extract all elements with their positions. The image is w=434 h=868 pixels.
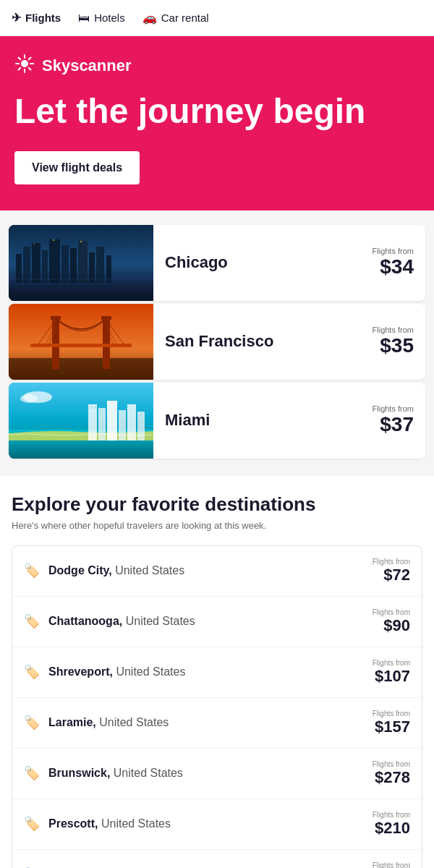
dest-left-laramie: 🏷️ Laramie, United States bbox=[24, 715, 169, 731]
view-flight-deals-button[interactable]: View flight deals bbox=[14, 151, 140, 184]
dest-price-shreveport: Flights from $107 bbox=[373, 659, 410, 686]
svg-rect-20 bbox=[89, 252, 95, 283]
flights-icon: ✈ bbox=[12, 11, 21, 25]
sf-city: San Francisco bbox=[165, 332, 273, 351]
svg-rect-14 bbox=[32, 243, 41, 283]
tag-icon-prescott: 🏷️ bbox=[24, 816, 40, 832]
hero-title: Let the journey begin bbox=[14, 93, 420, 131]
destination-item-san-jose-cabo[interactable]: 🏷️ San Jose Cabo, Mexico Flights from $2… bbox=[12, 850, 422, 868]
dest-left-shreveport: 🏷️ Shreveport, United States bbox=[24, 664, 185, 680]
nav-hotels-label: Hotels bbox=[94, 12, 125, 24]
destination-item-laramie[interactable]: 🏷️ Laramie, United States Flights from $… bbox=[12, 698, 422, 749]
miami-price: $37 bbox=[380, 413, 414, 435]
nav-flights-label: Flights bbox=[25, 12, 61, 24]
sf-info: San Francisco Flights from $35 bbox=[153, 304, 425, 380]
dest-name-dodge: Dodge City, United States bbox=[48, 564, 184, 577]
dest-left-dodge: 🏷️ Dodge City, United States bbox=[24, 563, 184, 579]
sf-price: $35 bbox=[380, 334, 414, 357]
svg-line-5 bbox=[19, 58, 21, 60]
tag-icon-chattanooga: 🏷️ bbox=[24, 613, 40, 629]
svg-point-28 bbox=[33, 243, 35, 244]
dest-price-dodge: Flights from $72 bbox=[373, 558, 410, 584]
featured-deals-section: Chicago Flights from $34 bbox=[0, 210, 434, 476]
deal-card-sf[interactable]: San Francisco Flights from $35 bbox=[9, 304, 425, 380]
svg-rect-47 bbox=[119, 410, 126, 441]
explore-subtitle: Here's where other hopeful travelers are… bbox=[12, 520, 422, 531]
svg-rect-13 bbox=[23, 247, 30, 283]
dest-name-brunswick: Brunswick, United States bbox=[48, 767, 183, 780]
svg-rect-41 bbox=[101, 316, 111, 320]
tag-icon-shreveport: 🏷️ bbox=[24, 664, 40, 680]
chicago-city: Chicago bbox=[165, 253, 228, 272]
dest-left-brunswick: 🏷️ Brunswick, United States bbox=[24, 765, 183, 781]
svg-rect-22 bbox=[106, 255, 111, 283]
destination-item-dodge-city[interactable]: 🏷️ Dodge City, United States Flights fro… bbox=[12, 546, 422, 597]
svg-point-53 bbox=[20, 394, 38, 403]
miami-price-area: Flights from $37 bbox=[373, 404, 414, 436]
svg-rect-18 bbox=[70, 248, 77, 283]
dest-name-chattanooga: Chattanooga, United States bbox=[48, 615, 195, 628]
miami-image bbox=[9, 383, 153, 459]
chicago-from-label: Flights from bbox=[373, 247, 414, 255]
explore-section: Explore your favorite destinations Here'… bbox=[0, 476, 434, 868]
nav-car-rental[interactable]: 🚗 Car rental bbox=[142, 11, 209, 25]
destination-item-brunswick[interactable]: 🏷️ Brunswick, United States Flights from… bbox=[12, 749, 422, 799]
destination-list: 🏷️ Dodge City, United States Flights fro… bbox=[12, 545, 422, 868]
svg-rect-50 bbox=[90, 407, 93, 409]
miami-city: Miami bbox=[165, 411, 210, 430]
miami-from-label: Flights from bbox=[373, 404, 414, 413]
dest-price-laramie: Flights from $157 bbox=[373, 710, 410, 736]
logo-area: Skyscanner bbox=[14, 54, 420, 78]
miami-info: Miami Flights from $37 bbox=[153, 383, 425, 459]
destination-item-chattanooga[interactable]: 🏷️ Chattanooga, United States Flights fr… bbox=[12, 597, 422, 647]
svg-rect-49 bbox=[137, 412, 145, 441]
svg-rect-51 bbox=[94, 407, 96, 409]
svg-point-26 bbox=[53, 239, 54, 241]
deal-card-chicago[interactable]: Chicago Flights from $34 bbox=[9, 225, 425, 301]
svg-point-27 bbox=[80, 241, 82, 242]
svg-rect-44 bbox=[88, 404, 97, 441]
svg-rect-40 bbox=[51, 316, 61, 320]
skyscanner-logo-icon bbox=[14, 54, 35, 78]
sf-from-label: Flights from bbox=[373, 326, 414, 334]
svg-rect-11 bbox=[9, 276, 153, 301]
chicago-info: Chicago Flights from $34 bbox=[153, 225, 425, 301]
sf-image bbox=[9, 304, 153, 380]
dest-name-prescott: Prescott, United States bbox=[48, 817, 171, 830]
chicago-price-area: Flights from $34 bbox=[373, 247, 414, 278]
top-navigation: ✈ Flights 🛏 Hotels 🚗 Car rental bbox=[0, 0, 434, 36]
svg-line-6 bbox=[29, 68, 31, 70]
dest-price-brunswick: Flights from $278 bbox=[373, 760, 410, 787]
destination-item-shreveport[interactable]: 🏷️ Shreveport, United States Flights fro… bbox=[12, 647, 422, 698]
dest-price-san-jose-cabo: Flights from $202 bbox=[373, 861, 410, 868]
svg-line-8 bbox=[19, 68, 21, 70]
dest-left-chattanooga: 🏷️ Chattanooga, United States bbox=[24, 613, 195, 629]
hotels-icon: 🛏 bbox=[78, 12, 90, 25]
svg-rect-17 bbox=[61, 245, 69, 283]
tag-icon-brunswick: 🏷️ bbox=[24, 765, 40, 781]
dest-name-laramie: Laramie, United States bbox=[48, 716, 169, 729]
tag-icon-dodge: 🏷️ bbox=[24, 563, 40, 579]
svg-rect-30 bbox=[9, 358, 153, 380]
logo-text: Skyscanner bbox=[42, 56, 132, 75]
dest-left-prescott: 🏷️ Prescott, United States bbox=[24, 816, 171, 832]
dest-name-shreveport: Shreveport, United States bbox=[48, 665, 185, 678]
chicago-price: $34 bbox=[380, 255, 414, 278]
nav-car-label: Car rental bbox=[161, 12, 209, 24]
svg-rect-15 bbox=[42, 250, 48, 283]
svg-rect-45 bbox=[98, 408, 106, 441]
destination-item-prescott[interactable]: 🏷️ Prescott, United States Flights from … bbox=[12, 799, 422, 850]
svg-point-9 bbox=[21, 60, 28, 67]
svg-rect-16 bbox=[49, 239, 60, 283]
svg-rect-12 bbox=[16, 254, 22, 283]
svg-rect-19 bbox=[78, 241, 88, 283]
nav-hotels[interactable]: 🛏 Hotels bbox=[78, 12, 125, 25]
dest-price-prescott: Flights from $210 bbox=[373, 811, 410, 838]
hero-section: Skyscanner Let the journey begin View fl… bbox=[0, 36, 434, 210]
nav-flights[interactable]: ✈ Flights bbox=[12, 11, 61, 25]
deal-card-miami[interactable]: Miami Flights from $37 bbox=[9, 383, 425, 459]
chicago-image bbox=[9, 225, 153, 301]
svg-rect-21 bbox=[96, 247, 104, 283]
dest-price-chattanooga: Flights from $90 bbox=[373, 608, 410, 635]
car-icon: 🚗 bbox=[142, 11, 157, 25]
